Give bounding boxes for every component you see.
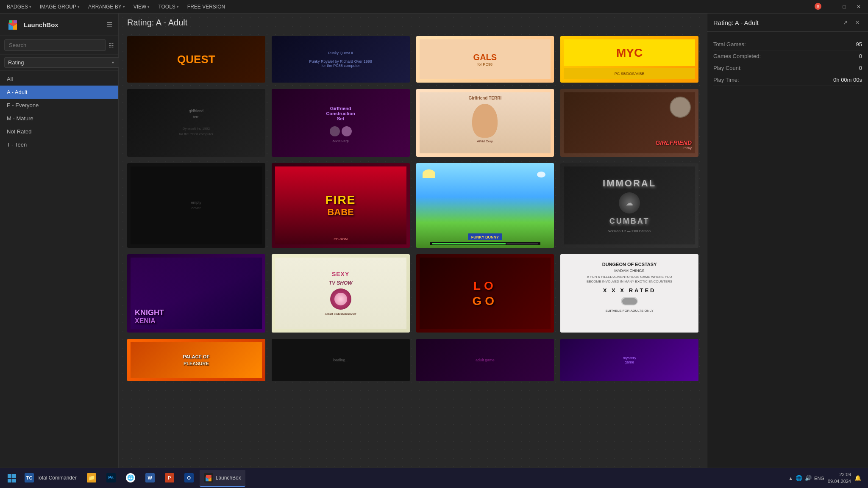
menu-tools[interactable]: TOOLS ▾: [155, 3, 182, 11]
right-panel: Rating: A - Adult ➚ ✕ Total Games: 95 Ga…: [707, 14, 868, 468]
taskbar-app-ps[interactable]: Ps: [102, 470, 120, 487]
taskbar-app-ppt[interactable]: P: [161, 470, 178, 487]
top-bar-right: 0 — □ ✕: [815, 2, 865, 11]
game-thumb[interactable]: adult game: [416, 339, 554, 381]
taskbar-app-label-total-commander: Total Commander: [36, 475, 77, 481]
svg-rect-8: [8, 479, 11, 482]
game-thumb[interactable]: MYC PC-98/DOS/VIBE: [560, 36, 698, 83]
system-tray: ▲ 🌐 🔊 ENG: [788, 475, 824, 481]
game-thumb[interactable]: QUEST: [127, 36, 265, 83]
close-panel-button[interactable]: ✕: [853, 18, 862, 27]
taskbar: TC Total Commander 📁 Ps 🌐 W P: [0, 468, 868, 488]
game-thumb[interactable]: girlfriendterri Dynasoft Inc 1992for the…: [127, 89, 265, 157]
game-thumb[interactable]: Girlfriend TERRI AiVid Corp: [416, 89, 554, 157]
game-thumb[interactable]: loading...: [272, 339, 410, 381]
network-icon: 🌐: [796, 475, 802, 481]
menu-view[interactable]: VIEW ▾: [130, 3, 153, 11]
tray-arrow-icon[interactable]: ▲: [788, 476, 793, 481]
game-thumb[interactable]: FUNKY BUNNY: [416, 163, 554, 248]
chevron-down-icon: ▾: [123, 5, 125, 9]
taskbar-app-outlook[interactable]: O: [180, 470, 198, 487]
stats-row-total-games: Total Games: 95: [713, 39, 862, 50]
menu-free-version[interactable]: FREE VERSION: [184, 3, 228, 11]
stats-value-play-count: 0: [859, 65, 862, 71]
game-thumb[interactable]: GirlfriendConstructionSet AiVid Corp: [272, 89, 410, 157]
main-layout: LaunchBox ☰ ☷ Rating ▾ All A - Adult E -…: [0, 14, 868, 468]
panel-actions: ➚ ✕: [841, 18, 862, 27]
stats-row-play-count: Play Count: 0: [713, 62, 862, 74]
minimize-button[interactable]: —: [824, 2, 836, 11]
clock[interactable]: 23:09 09.04.2024: [828, 471, 851, 485]
content-area: Rating: A - Adult QUEST Punky Quest IIPu…: [119, 14, 707, 468]
notification-icon[interactable]: 🔔: [854, 475, 861, 481]
start-button[interactable]: [3, 470, 20, 487]
stats-label-play-count: Play Count:: [713, 65, 742, 71]
menu-arrange-by[interactable]: ARRANGE BY ▾: [85, 3, 128, 11]
chevron-down-icon: ▾: [29, 5, 31, 9]
svg-marker-4: [9, 20, 12, 23]
chevron-down-icon: ▾: [147, 5, 150, 9]
stats-row-games-completed: Games Completed: 0: [713, 50, 862, 62]
game-thumb[interactable]: emptycover: [127, 163, 265, 248]
right-panel-content: Total Games: 95 Games Completed: 0 Play …: [707, 32, 868, 93]
nav-item-a-adult[interactable]: A - Adult: [0, 86, 118, 99]
clock-time: 23:09: [828, 471, 851, 478]
stats-row-play-time: Play Time: 0h 00m 00s: [713, 74, 862, 86]
game-thumb[interactable]: IMMORAL ☁ CUMBAT Version 1.2 — XXX Editi…: [560, 163, 698, 248]
nav-item-m-mature[interactable]: M - Mature: [0, 112, 118, 125]
menu-image-group[interactable]: IMAGE GROUP ▾: [36, 3, 83, 11]
taskbar-app-word[interactable]: W: [141, 470, 159, 487]
chevron-down-icon: ▾: [177, 5, 179, 9]
app-logo-icon: [6, 18, 19, 31]
stats-value-total-games: 95: [856, 41, 862, 47]
game-thumb[interactable]: mysterygame: [560, 339, 698, 381]
game-grid-wrapper[interactable]: QUEST Punky Quest IIPunky Royale! by Ric…: [119, 32, 707, 468]
top-bar-left: BADGES ▾ IMAGE GROUP ▾ ARRANGE BY ▾ VIEW…: [3, 3, 228, 11]
right-panel-header: Rating: A - Adult ➚ ✕: [707, 14, 868, 32]
filter-area: Rating ▾: [0, 55, 118, 71]
game-thumb[interactable]: PALACE OF PLEASURE: [127, 339, 265, 381]
search-input[interactable]: [4, 39, 106, 51]
game-thumb[interactable]: GIRLFRIEND Pinky: [560, 89, 698, 157]
menu-badges[interactable]: BADGES ▾: [3, 3, 35, 11]
maximize-button[interactable]: □: [838, 2, 850, 11]
nav-list: All A - Adult E - Everyone M - Mature No…: [0, 71, 118, 468]
svg-rect-9: [12, 479, 16, 482]
hamburger-menu-icon[interactable]: ☰: [106, 21, 112, 29]
filter-icon[interactable]: ☷: [108, 42, 114, 49]
notification-badge[interactable]: 0: [815, 3, 821, 10]
svg-rect-7: [12, 474, 16, 478]
nav-item-t-teen[interactable]: T - Teen: [0, 138, 118, 151]
game-thumb[interactable]: KNIGHT XENIA: [127, 254, 265, 333]
sidebar-header: LaunchBox ☰: [0, 14, 118, 36]
game-thumb[interactable]: LO GO: [416, 254, 554, 333]
nav-item-all[interactable]: All: [0, 72, 118, 86]
game-thumb[interactable]: FIRE BABE CD-ROM: [272, 163, 410, 248]
game-thumb[interactable]: SEXY TV SHOW adult entertainment: [272, 254, 410, 333]
content-header: Rating: A - Adult: [119, 14, 707, 32]
taskbar-app-total-commander[interactable]: TC Total Commander: [20, 470, 81, 487]
game-thumb[interactable]: GALS for PC98: [416, 36, 554, 83]
right-panel-title: Rating: A - Adult: [713, 19, 759, 26]
stats-value-play-time: 0h 00m 00s: [833, 77, 862, 83]
game-thumb[interactable]: DUNGEON OF ECSTASY MADAM CHINGS A FUN & …: [560, 254, 698, 333]
stats-label-total-games: Total Games:: [713, 41, 746, 47]
taskbar-app-chrome[interactable]: 🌐: [122, 470, 139, 487]
lang-indicator: ENG: [814, 476, 824, 481]
taskbar-apps: TC Total Commander 📁 Ps 🌐 W P: [20, 470, 788, 487]
taskbar-app-files[interactable]: 📁: [83, 470, 100, 487]
game-thumb[interactable]: Punky Quest IIPunky Royale! by Richard O…: [272, 36, 410, 83]
taskbar-app-launchbox[interactable]: LaunchBox: [200, 470, 245, 487]
filter-dropdown[interactable]: Rating: [4, 57, 120, 68]
top-bar: BADGES ▾ IMAGE GROUP ▾ ARRANGE BY ▾ VIEW…: [0, 0, 868, 14]
svg-marker-5: [14, 20, 17, 23]
svg-rect-6: [8, 474, 11, 478]
taskbar-right: ▲ 🌐 🔊 ENG 23:09 09.04.2024 🔔: [788, 471, 865, 485]
chevron-down-icon: ▾: [78, 5, 80, 9]
file-explorer-icon: 📁: [87, 473, 96, 482]
nav-item-e-everyone[interactable]: E - Everyone: [0, 99, 118, 112]
nav-item-not-rated[interactable]: Not Rated: [0, 125, 118, 138]
external-link-icon[interactable]: ➚: [841, 18, 850, 27]
close-button[interactable]: ✕: [853, 2, 865, 11]
windows-icon: [8, 474, 16, 482]
